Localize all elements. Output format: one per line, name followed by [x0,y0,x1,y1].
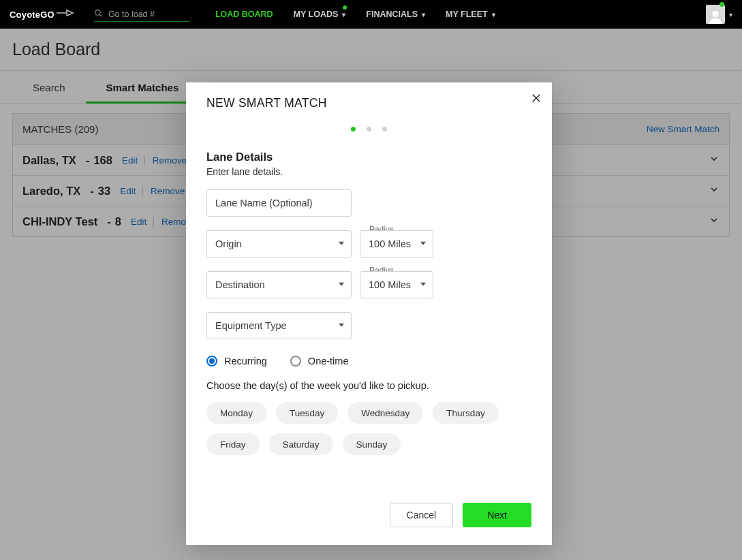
step-indicator [206,127,531,131]
day-chip-sunday[interactable]: Sunday [343,433,401,455]
modal-title: NEW SMART MATCH [206,96,531,110]
day-chip-thursday[interactable]: Thursday [433,402,498,424]
notification-dot-icon [720,2,724,7]
chevron-down-icon: ▾ [492,11,495,18]
destination-radius-select[interactable]: 100 Miles [360,271,433,298]
close-icon[interactable] [530,92,542,107]
nav-financials[interactable]: FINANCIALS ▾ [366,10,425,19]
origin-select[interactable]: Origin [206,230,352,258]
logo[interactable]: CoyoteGO [10,8,74,20]
cancel-button[interactable]: Cancel [390,503,454,527]
schedule-type-radio-group: Recurring One-time [206,356,531,367]
origin-radius-select[interactable]: 100 Miles [360,230,433,258]
radio-selected-icon [206,356,217,367]
days-selector: Monday Tuesday Wednesday Thursday Friday… [206,402,531,455]
arrow-icon [56,8,74,20]
step-dot [367,127,371,131]
day-chip-wednesday[interactable]: Wednesday [347,402,423,424]
lane-name-input[interactable]: Lane Name (Optional) [206,189,352,217]
primary-nav: LOAD BOARD MY LOADS ▾ FINANCIALS ▾ MY FL… [215,10,495,19]
day-chip-monday[interactable]: Monday [206,402,266,424]
choose-days-text: Choose the day(s) of the week you'd like… [206,380,531,391]
one-time-radio[interactable]: One-time [290,356,349,367]
section-title: Lane Details [206,151,531,164]
search-placeholder: Go to load # [108,10,155,19]
search-icon [94,9,108,20]
radio-unselected-icon [290,356,301,367]
chevron-down-icon: ▾ [422,11,425,18]
notification-dot-icon [343,5,347,10]
modal-footer: Cancel Next [206,503,531,527]
step-dot [382,127,387,131]
day-chip-tuesday[interactable]: Tuesday [276,402,338,424]
svg-line-1 [99,14,102,16]
avatar [706,5,725,24]
new-smart-match-modal: NEW SMART MATCH Lane Details Enter lane … [186,82,552,545]
recurring-radio[interactable]: Recurring [206,356,267,367]
next-button[interactable]: Next [463,503,531,527]
day-chip-saturday[interactable]: Saturday [269,433,333,455]
user-menu[interactable]: ▾ [706,5,732,24]
brand-text: CoyoteGO [10,10,55,20]
destination-select[interactable]: Destination [206,271,352,298]
top-navbar: CoyoteGO Go to load # LOAD BOARD MY LOAD… [0,0,742,29]
svg-point-0 [95,10,101,15]
nav-my-loads[interactable]: MY LOADS ▾ [294,10,346,19]
goto-load-search[interactable]: Go to load # [94,7,189,22]
nav-load-board[interactable]: LOAD BOARD [215,10,273,19]
svg-point-2 [712,11,718,17]
day-chip-friday[interactable]: Friday [206,433,260,455]
nav-my-fleet[interactable]: MY FLEET ▾ [446,10,495,19]
caret-down-icon: ▾ [729,11,732,18]
chevron-down-icon: ▾ [342,11,345,18]
step-dot [351,127,356,131]
equipment-type-select[interactable]: Equipment Type [206,312,352,339]
section-subtitle: Enter lane details. [206,166,531,177]
